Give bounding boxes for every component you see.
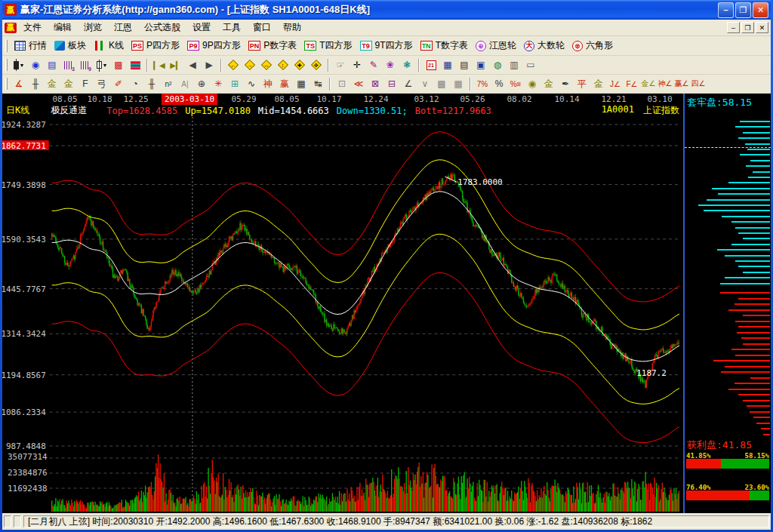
menu-编辑[interactable]: 编辑 [48,20,78,35]
percent-icon[interactable]: % [491,76,507,91]
toolbar-gann-wheel-button[interactable]: ⊕江恩轮 [472,38,520,53]
toolbar-t-number-table-button[interactable]: TNT数字表 [417,38,472,53]
calculator-icon[interactable]: ▦ [440,57,455,72]
toolbar-p-square-button[interactable]: PSP四方形 [128,38,183,53]
menu-浏览[interactable]: 浏览 [78,20,108,35]
gold-angle-icon[interactable]: 金∠ [641,76,656,91]
fan-box2-icon[interactable]: ⊟ [384,76,399,91]
compress-3-icon[interactable]: 3 [61,57,76,72]
minimize-button[interactable]: – [718,2,734,18]
print-icon[interactable]: ▭ [523,57,538,72]
red-divider-icon[interactable]: ✐ [111,76,126,91]
shen-tool-icon[interactable]: 神 [260,76,276,91]
gold-lines-icon[interactable]: 金 [541,76,556,91]
f-tool-icon[interactable]: F [78,76,93,91]
toolbar-quotes-button[interactable]: 行情 [11,38,51,53]
last-page-icon[interactable]: ▶▎ [168,57,183,72]
toolbar-t-square-button[interactable]: TST四方形 [300,38,356,53]
shen-angle-icon[interactable]: 神∠ [658,76,673,91]
dense-grid-icon[interactable]: ▩ [434,76,449,91]
close-button[interactable]: ✕ [753,2,768,18]
menu-工具[interactable]: 工具 [217,20,247,35]
fan-box-icon[interactable]: ⊠ [368,76,383,91]
volume-histogram-icon[interactable] [128,57,143,72]
percent-lines-icon[interactable]: %≡ [508,76,523,91]
menu-文件[interactable]: 文件 [17,20,48,35]
diamond-full-icon[interactable]: ✜ [309,59,324,71]
diamond-cross-icon[interactable]: ✚ [292,59,307,71]
star-burst-icon[interactable]: ✳ [211,76,226,91]
pattern-red-icon[interactable]: ▩ [111,57,126,72]
v-bottom-icon[interactable]: ∨ [417,76,433,91]
diamond-left-icon[interactable]: ← [226,59,241,71]
flat-wave-icon[interactable]: 平 [574,76,590,91]
mdi-restore-button[interactable]: ❐ [741,22,754,33]
box-tool-icon[interactable]: ⊡ [334,76,350,91]
grid-ruler-icon[interactable]: ╫ [28,76,43,91]
wave-k-icon[interactable]: ∿ [244,76,259,91]
menu-江恩[interactable]: 江恩 [108,20,138,35]
mdi-close-button[interactable]: ✕ [756,22,768,33]
pattern-teal-icon[interactable]: ❃ [399,57,414,72]
diamond-expand-y-icon[interactable]: ↕ [276,59,291,71]
pen-mark-icon[interactable]: ✒ [558,76,573,91]
ying-angle-icon[interactable]: 赢∠ [674,76,689,91]
si-angle-icon[interactable]: 四∠ [691,76,706,91]
circle-cross-icon[interactable]: ⊕ [194,76,209,91]
gold-underline-icon[interactable]: 金 [591,76,606,91]
price-grid-icon[interactable]: ▦ [294,76,309,91]
cycle-clock-icon[interactable]: ◔ [128,76,143,91]
angle-lines-icon[interactable]: ∠ [401,76,416,91]
menu-设置[interactable]: 设置 [186,20,217,35]
drag-hand-icon[interactable]: ☞ [333,57,348,72]
gold-grid-icon[interactable]: 金 [45,76,60,91]
crosshair-icon[interactable]: ✛ [350,57,365,72]
ying-tool-icon[interactable]: 赢 [277,76,292,91]
restore-button[interactable]: ❐ [735,2,751,18]
toolbar-hexagon-button[interactable]: ⊗六角形 [568,38,617,53]
percent-7-icon[interactable]: 7% [475,76,490,91]
grid-box-icon[interactable]: ⊞ [227,76,242,91]
notes-icon[interactable]: ▤ [457,57,472,72]
n-square-icon[interactable]: n² [161,76,176,91]
toolbar-sectors-button[interactable]: 板块 [51,38,90,53]
fan-lines-icon[interactable]: ≪ [351,76,366,91]
toolbar-p-number-table-button[interactable]: PNP数字表 [245,38,301,53]
gold-grid2-icon[interactable]: 金 [61,76,76,91]
toolbar-big-number-wheel-button[interactable]: 大大数轮 [520,38,568,53]
divider-compass-icon[interactable]: ∡ [11,76,26,91]
f-angle-icon[interactable]: F∠ [624,76,639,91]
copy-doc-icon[interactable]: ▥ [507,57,522,72]
dense-grid2-icon[interactable]: ▦ [451,76,466,91]
candle-width-dropdown[interactable]: ▼ [94,57,109,72]
mdi-minimize-button[interactable]: – [727,22,740,33]
info-list-icon[interactable]: ▤ [45,57,60,72]
gold-circle-icon[interactable]: ◉ [525,76,540,91]
kline-style-dropdown[interactable]: ▼ [11,57,26,72]
prev-page-icon[interactable]: ◀ [185,57,200,72]
diamond-right-icon[interactable]: → [242,59,257,71]
web-export-icon[interactable]: ◍ [490,57,505,72]
menu-窗口[interactable]: 窗口 [247,20,277,35]
next-page-icon[interactable]: ▶ [202,57,217,72]
zoom-pattern-icon[interactable]: ◉ [28,57,43,72]
mirror-a-icon[interactable]: A| [177,76,192,91]
annotate-pen-icon[interactable]: ✎ [366,57,381,72]
toolbar-kline-button[interactable]: K线 [90,38,128,53]
j-angle-icon[interactable]: J∠ [608,76,623,91]
toolbar-9t-square-button[interactable]: T99T四方形 [356,38,417,53]
calendar-icon[interactable]: 21 [423,57,439,72]
kline-chart[interactable]: 1924.32871749.38981590.35431445.77671314… [2,117,683,513]
diamond-expand-x-icon[interactable]: ↔ [259,59,274,71]
compress-9-icon[interactable]: 9 [78,57,93,72]
spiral-icon[interactable]: 弓 [94,76,109,91]
span-arrows-icon[interactable]: ↹ [310,76,325,91]
grid-ruler2-icon[interactable]: ╫ [144,76,159,91]
flower-tool-icon[interactable]: ❀ [383,57,398,72]
menu-公式选股[interactable]: 公式选股 [138,20,186,35]
first-page-icon[interactable]: ▎◀ [152,57,167,72]
save-icon[interactable]: ▣ [473,57,488,72]
menu-帮助[interactable]: 帮助 [277,20,307,35]
profit-bar [735,383,770,384]
toolbar-9p-square-button[interactable]: P99P四方形 [183,38,245,53]
